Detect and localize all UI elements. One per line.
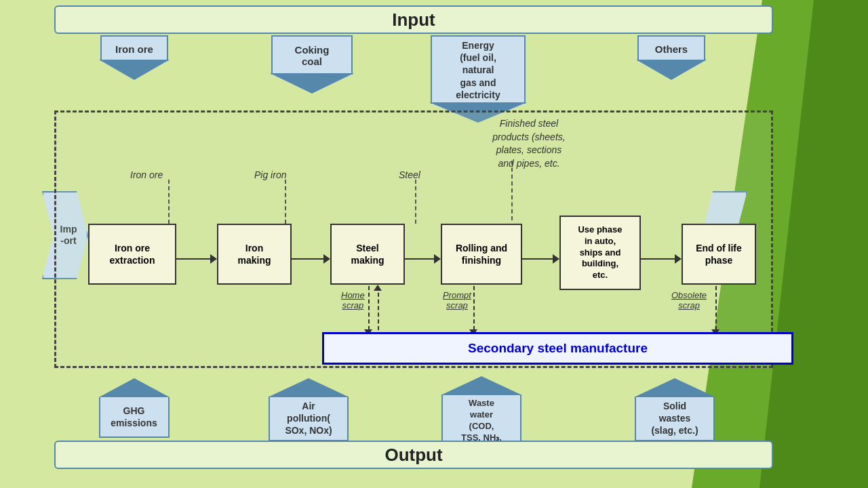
pig-iron-flow-label: Pig iron <box>254 169 286 180</box>
finished-products-dashed-line <box>511 161 513 220</box>
air-output-arrow: Airpollution(SOx, NOx) <box>268 378 349 441</box>
coking-coal-input-arrow: Cokingcoal <box>271 35 353 94</box>
obsolete-scrap-down <box>715 286 717 330</box>
home-scrap-up-head <box>374 285 382 291</box>
arrow-usephase-endoflife <box>641 253 682 264</box>
home-scrap-up <box>378 286 379 330</box>
iron-ore-input-arrow: Iron ore <box>100 35 168 80</box>
steel-flow-dashed <box>415 180 416 224</box>
input-label: Input <box>392 9 435 30</box>
prompt-scrap-down <box>473 286 475 330</box>
obsolete-scrap-label: Obsoletescrap <box>671 290 707 310</box>
iron-making-box: Ironmaking <box>217 224 292 285</box>
others-label: Others <box>637 35 705 61</box>
use-phase-box: Use phasein auto,ships andbuilding,etc. <box>559 216 641 290</box>
arrow-extraction-ironmaking <box>176 253 217 264</box>
home-scrap-down <box>368 286 370 330</box>
secondary-steel-box: Secondary steel manufacture <box>322 332 793 365</box>
input-bar: Input <box>54 5 773 34</box>
prompt-scrap-label: Promptscrap <box>443 290 471 310</box>
arrow-rolling-usephase <box>522 253 559 264</box>
arrow-ironmaking-steelmaking <box>292 253 330 264</box>
home-scrap-label: Homescrap <box>341 290 365 310</box>
rolling-finishing-box: Rolling andfinishing <box>441 224 522 285</box>
arrow-steelmaking-rolling <box>405 253 441 264</box>
iron-ore-extraction-box: Iron oreextraction <box>88 224 176 285</box>
steel-flow-label: Steel <box>399 169 420 180</box>
finished-products-label: Finished steelproducts (sheets,plates, s… <box>475 117 583 170</box>
solid-output-arrow: Solidwastes(slag, etc.) <box>634 378 715 441</box>
output-label: Output <box>384 445 442 466</box>
energy-label: Energy(fuel oil,naturalgas andelectricit… <box>431 35 526 104</box>
ghg-output-arrow: GHGemissions <box>98 378 170 438</box>
others-input-arrow: Others <box>637 35 705 80</box>
secondary-steel-label: Secondary steel manufacture <box>468 341 648 356</box>
end-of-life-box: End of lifephase <box>682 224 756 285</box>
iron-ore-flow-dashed <box>168 180 170 224</box>
energy-input-arrow: Energy(fuel oil,naturalgas andelectricit… <box>431 35 526 123</box>
iron-ore-flow-label: Iron ore <box>130 169 163 180</box>
steel-making-box: Steelmaking <box>330 224 405 285</box>
pig-iron-flow-dashed <box>285 180 286 224</box>
iron-ore-input-label: Iron ore <box>100 35 168 61</box>
output-bar: Output <box>54 441 773 469</box>
coking-coal-label: Cokingcoal <box>271 35 353 75</box>
